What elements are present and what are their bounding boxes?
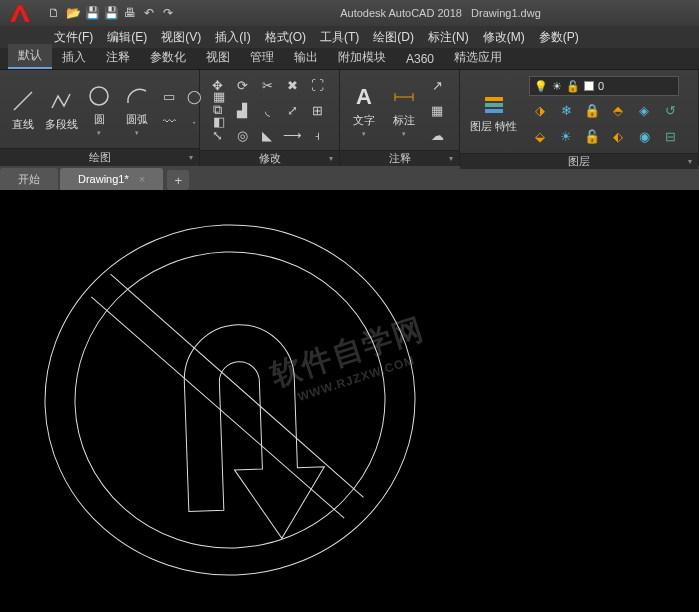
svg-point-1 <box>90 87 108 105</box>
dimension-icon <box>390 83 418 111</box>
new-icon[interactable]: 🗋 <box>46 5 62 21</box>
text-button[interactable]: A 文字▾ <box>346 81 382 140</box>
layer-lock-icon[interactable]: 🔒 <box>581 99 603 121</box>
window-title: Autodesk AutoCAD 2018 Drawing1.dwg <box>182 7 699 19</box>
leader-icon[interactable]: ↗ <box>426 74 448 96</box>
save-icon[interactable]: 💾 <box>84 5 100 21</box>
redo-icon[interactable]: ↷ <box>160 5 176 21</box>
menu-format[interactable]: 格式(O) <box>259 27 312 48</box>
panel-modify-title[interactable]: 修改 <box>200 150 339 166</box>
offset-icon[interactable]: ◎ <box>231 124 253 146</box>
saveas-icon[interactable]: 💾 <box>103 5 119 21</box>
layer-current-icon[interactable]: ⬖ <box>607 125 629 147</box>
mirror-icon[interactable]: ▟ <box>231 99 253 121</box>
close-icon[interactable]: × <box>139 173 145 185</box>
layer-on-icon[interactable]: ⬙ <box>529 125 551 147</box>
drawing-content <box>0 190 699 612</box>
ribbon-tab-insert[interactable]: 插入 <box>52 46 96 69</box>
menu-draw[interactable]: 绘图(D) <box>367 27 420 48</box>
polyline-button[interactable]: 多段线 <box>44 85 78 134</box>
menu-view[interactable]: 视图(V) <box>155 27 207 48</box>
undo-icon[interactable]: ↶ <box>141 5 157 21</box>
fillet-icon[interactable]: ◟ <box>256 99 278 121</box>
doc-tab-start[interactable]: 开始 <box>0 168 58 190</box>
copy-icon[interactable]: ⧉ <box>206 99 228 121</box>
ribbon-tabs: 默认 插入 注释 参数化 视图 管理 输出 附加模块 A360 精选应用 <box>0 48 699 70</box>
menu-bar: 文件(F) 编辑(E) 视图(V) 插入(I) 格式(O) 工具(T) 绘图(D… <box>0 26 699 48</box>
spline-icon[interactable]: 〰 <box>158 111 180 133</box>
line-button[interactable]: 直线 <box>6 85 40 134</box>
layer-freeze-icon[interactable]: ❄ <box>555 99 577 121</box>
layer-walk-icon[interactable]: ◉ <box>633 125 655 147</box>
current-layer-name: 0 <box>598 80 604 92</box>
panel-layer: 图层 特性 💡 ☀ 🔓 0 ⬗ ❄ 🔒 ⬘ ◈ ↺ ⬙ <box>460 70 699 166</box>
menu-edit[interactable]: 编辑(E) <box>101 27 153 48</box>
ribbon-tab-addins[interactable]: 附加模块 <box>328 46 396 69</box>
modify-tools: ✥ ⟳ ✂ ✖ ⛶ ⧉ ▟ ◟ ⤢ ⊞ ⤡ ◎ ◣ ⟶ ⫞ <box>206 74 328 146</box>
erase-icon[interactable]: ✖ <box>281 74 303 96</box>
layer-off-icon[interactable]: ⬗ <box>529 99 551 121</box>
layer-unlock-icon[interactable]: 🔓 <box>581 125 603 147</box>
svg-line-0 <box>14 92 32 110</box>
text-icon: A <box>350 83 378 111</box>
open-icon[interactable]: 📂 <box>65 5 81 21</box>
extend-icon[interactable]: ⟶ <box>281 124 303 146</box>
menu-modify[interactable]: 修改(M) <box>477 27 531 48</box>
circle-button[interactable]: 圆▾ <box>82 80 116 139</box>
current-layer-dropdown[interactable]: 💡 ☀ 🔓 0 <box>529 76 679 96</box>
ribbon-tab-manage[interactable]: 管理 <box>240 46 284 69</box>
menu-dimension[interactable]: 标注(N) <box>422 27 475 48</box>
svg-point-9 <box>70 247 390 554</box>
rectangle-icon[interactable]: ▭ <box>158 86 180 108</box>
cloud-icon[interactable]: ☁ <box>426 124 448 146</box>
ribbon-tab-default[interactable]: 默认 <box>8 44 52 69</box>
ribbon: 直线 多段线 圆▾ 圆弧▾ ▭ ◯ ▦ 〰 ∙ ◧ 绘图 <box>0 70 699 166</box>
array-icon[interactable]: ⊞ <box>306 99 328 121</box>
panel-draw-title[interactable]: 绘图 <box>0 148 199 166</box>
layer-tools: ⬗ ❄ 🔒 ⬘ ◈ ↺ ⬙ ☀ 🔓 ⬖ ◉ ⊟ <box>529 99 681 147</box>
app-logo[interactable] <box>0 0 40 26</box>
chamfer-icon[interactable]: ◣ <box>256 124 278 146</box>
align-icon[interactable]: ⫞ <box>306 124 328 146</box>
quick-access-toolbar: 🗋 📂 💾 💾 🖶 ↶ ↷ <box>40 5 182 21</box>
layer-properties-button[interactable]: 图层 特性 <box>466 88 521 134</box>
move-icon[interactable]: ✥ <box>206 74 228 96</box>
menu-file[interactable]: 文件(F) <box>48 27 99 48</box>
ribbon-tab-featured[interactable]: 精选应用 <box>444 46 512 69</box>
trim-icon[interactable]: ✂ <box>256 74 278 96</box>
ribbon-tab-annotate[interactable]: 注释 <box>96 46 140 69</box>
panel-modify: ✥ ⟳ ✂ ✖ ⛶ ⧉ ▟ ◟ ⤢ ⊞ ⤡ ◎ ◣ ⟶ ⫞ 修改 <box>200 70 340 166</box>
stretch-icon[interactable]: ⤢ <box>281 99 303 121</box>
svg-rect-7 <box>485 109 503 113</box>
ribbon-tab-parametric[interactable]: 参数化 <box>140 46 196 69</box>
panel-annotate-title[interactable]: 注释 <box>340 150 459 166</box>
scale-icon[interactable]: ⤡ <box>206 124 228 146</box>
table-icon[interactable]: ▦ <box>426 99 448 121</box>
layer-thaw-icon[interactable]: ☀ <box>555 125 577 147</box>
panel-layer-title[interactable]: 图层 <box>460 153 698 169</box>
menu-insert[interactable]: 插入(I) <box>209 27 256 48</box>
ribbon-tab-output[interactable]: 输出 <box>284 46 328 69</box>
explode-icon[interactable]: ⛶ <box>306 74 328 96</box>
doc-tab-drawing1[interactable]: Drawing1*× <box>60 168 163 190</box>
layer-match-icon[interactable]: ⬘ <box>607 99 629 121</box>
panel-annotate: A 文字▾ 标注▾ ↗ ▦ ☁ 注释 <box>340 70 460 166</box>
drawing-area[interactable]: 软件自学网 WWW.RJZXW.COM <box>0 190 699 612</box>
ribbon-tab-view[interactable]: 视图 <box>196 46 240 69</box>
menu-parametric[interactable]: 参数(P) <box>533 27 585 48</box>
svg-point-8 <box>39 219 421 582</box>
arc-button[interactable]: 圆弧▾ <box>120 80 154 139</box>
dimension-button[interactable]: 标注▾ <box>386 81 422 140</box>
layer-color-swatch <box>584 81 594 91</box>
menu-tools[interactable]: 工具(T) <box>314 27 365 48</box>
new-tab-button[interactable]: + <box>167 170 189 190</box>
rotate-icon[interactable]: ⟳ <box>231 74 253 96</box>
ribbon-tab-a360[interactable]: A360 <box>396 49 444 69</box>
layer-state-icon[interactable]: ⊟ <box>659 125 681 147</box>
plot-icon[interactable]: 🖶 <box>122 5 138 21</box>
panel-draw: 直线 多段线 圆▾ 圆弧▾ ▭ ◯ ▦ 〰 ∙ ◧ 绘图 <box>0 70 200 166</box>
layer-isolate-icon[interactable]: ◈ <box>633 99 655 121</box>
layer-previous-icon[interactable]: ↺ <box>659 99 681 121</box>
bulb-icon: 💡 <box>534 80 548 93</box>
polyline-icon <box>47 87 75 115</box>
